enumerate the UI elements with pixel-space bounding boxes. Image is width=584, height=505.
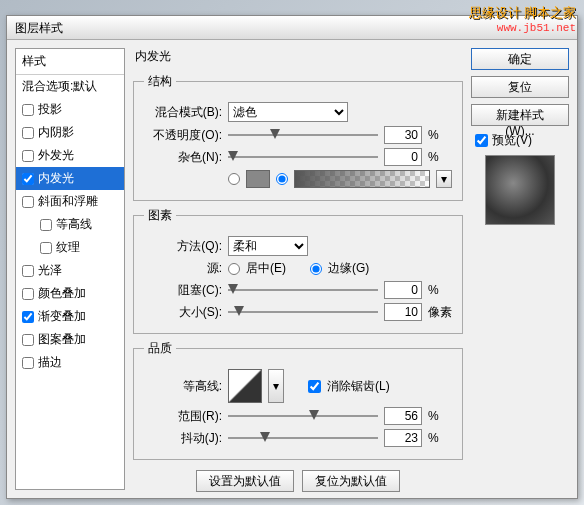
group-quality: 品质 等高线: ▾ 消除锯齿(L) 范围(R): 56 % [133, 340, 463, 460]
style-checkbox[interactable] [22, 196, 34, 208]
antialias-label: 消除锯齿(L) [327, 378, 390, 395]
ok-button[interactable]: 确定 [471, 48, 569, 70]
style-label: 内阴影 [38, 124, 74, 141]
opacity-slider[interactable] [228, 127, 378, 143]
style-checkbox[interactable] [22, 357, 34, 369]
style-item[interactable]: 斜面和浮雕 [16, 190, 124, 213]
style-item[interactable]: 图案叠加 [16, 328, 124, 351]
source-center-label: 居中(E) [246, 260, 286, 277]
blend-mode-select[interactable]: 滤色 [228, 102, 348, 122]
style-label: 混合选项:默认 [22, 78, 97, 95]
jitter-label: 抖动(J): [144, 430, 222, 447]
range-label: 范围(R): [144, 408, 222, 425]
style-item[interactable]: 渐变叠加 [16, 305, 124, 328]
style-label: 内发光 [38, 170, 74, 187]
watermark: 思缘设计 脚本之家 www.jb51.net [469, 4, 576, 34]
opacity-value[interactable]: 30 [384, 126, 422, 144]
style-checkbox[interactable] [22, 334, 34, 346]
style-checkbox[interactable] [22, 265, 34, 277]
choke-slider[interactable] [228, 282, 378, 298]
antialias-checkbox[interactable] [308, 380, 321, 393]
gradient-dropdown-icon[interactable]: ▾ [436, 170, 452, 188]
preview-label: 预览(V) [492, 132, 532, 149]
percent-unit: % [428, 283, 452, 297]
style-item[interactable]: 纹理 [16, 236, 124, 259]
contour-picker[interactable] [228, 369, 262, 403]
style-item[interactable]: 光泽 [16, 259, 124, 282]
opacity-label: 不透明度(O): [144, 127, 222, 144]
source-center-radio[interactable] [228, 263, 240, 275]
color-swatch[interactable] [246, 170, 270, 188]
style-item[interactable]: 内发光 [16, 167, 124, 190]
method-label: 方法(Q): [144, 238, 222, 255]
range-value[interactable]: 56 [384, 407, 422, 425]
style-label: 投影 [38, 101, 62, 118]
style-checkbox[interactable] [40, 242, 52, 254]
style-label: 等高线 [56, 216, 92, 233]
noise-slider[interactable] [228, 149, 378, 165]
style-checkbox[interactable] [22, 288, 34, 300]
style-label: 颜色叠加 [38, 285, 86, 302]
style-checkbox[interactable] [22, 173, 34, 185]
styles-list: 样式 混合选项:默认投影内阴影外发光内发光斜面和浮雕等高线纹理光泽颜色叠加渐变叠… [15, 48, 125, 490]
jitter-slider[interactable] [228, 430, 378, 446]
jitter-value[interactable]: 23 [384, 429, 422, 447]
style-checkbox[interactable] [40, 219, 52, 231]
preview-checkbox[interactable] [475, 134, 488, 147]
style-item[interactable]: 等高线 [16, 213, 124, 236]
group-element: 图素 方法(Q): 柔和 源: 居中(E) 边缘(G) 阻塞(C): [133, 207, 463, 334]
noise-value[interactable]: 0 [384, 148, 422, 166]
percent-unit: % [428, 409, 452, 423]
gradient-radio[interactable] [276, 173, 288, 185]
style-label: 斜面和浮雕 [38, 193, 98, 210]
color-radio[interactable] [228, 173, 240, 185]
style-checkbox[interactable] [22, 104, 34, 116]
new-style-button[interactable]: 新建样式(W)... [471, 104, 569, 126]
style-label: 纹理 [56, 239, 80, 256]
reset-default-button[interactable]: 复位为默认值 [302, 470, 400, 492]
size-slider[interactable] [228, 304, 378, 320]
gradient-bar[interactable] [294, 170, 430, 188]
noise-label: 杂色(N): [144, 149, 222, 166]
style-label: 外发光 [38, 147, 74, 164]
percent-unit: % [428, 128, 452, 142]
cancel-button[interactable]: 复位 [471, 76, 569, 98]
style-item[interactable]: 内阴影 [16, 121, 124, 144]
source-edge-radio[interactable] [310, 263, 322, 275]
group-quality-legend: 品质 [144, 340, 176, 357]
styles-header[interactable]: 样式 [16, 49, 124, 75]
pixel-unit: 像素 [428, 304, 452, 321]
style-checkbox[interactable] [22, 150, 34, 162]
style-item[interactable]: 投影 [16, 98, 124, 121]
size-value[interactable]: 10 [384, 303, 422, 321]
layer-style-dialog: 图层样式 样式 混合选项:默认投影内阴影外发光内发光斜面和浮雕等高线纹理光泽颜色… [6, 15, 578, 499]
contour-dropdown-icon[interactable]: ▾ [268, 369, 284, 403]
range-slider[interactable] [228, 408, 378, 424]
make-default-button[interactable]: 设置为默认值 [196, 470, 294, 492]
method-select[interactable]: 柔和 [228, 236, 308, 256]
choke-label: 阻塞(C): [144, 282, 222, 299]
choke-value[interactable]: 0 [384, 281, 422, 299]
preview-thumbnail [485, 155, 555, 225]
size-label: 大小(S): [144, 304, 222, 321]
group-structure-legend: 结构 [144, 73, 176, 90]
section-title: 内发光 [133, 48, 463, 65]
group-structure: 结构 混合模式(B): 滤色 不透明度(O): 30 % 杂色(N): [133, 73, 463, 201]
source-edge-label: 边缘(G) [328, 260, 369, 277]
style-label: 渐变叠加 [38, 308, 86, 325]
percent-unit: % [428, 431, 452, 445]
style-item[interactable]: 外发光 [16, 144, 124, 167]
group-element-legend: 图素 [144, 207, 176, 224]
style-item[interactable]: 颜色叠加 [16, 282, 124, 305]
style-label: 描边 [38, 354, 62, 371]
style-item[interactable]: 混合选项:默认 [16, 75, 124, 98]
style-label: 图案叠加 [38, 331, 86, 348]
style-label: 光泽 [38, 262, 62, 279]
style-item[interactable]: 描边 [16, 351, 124, 374]
blend-mode-label: 混合模式(B): [144, 104, 222, 121]
style-checkbox[interactable] [22, 127, 34, 139]
style-checkbox[interactable] [22, 311, 34, 323]
source-label: 源: [144, 260, 222, 277]
percent-unit: % [428, 150, 452, 164]
contour-label: 等高线: [144, 378, 222, 395]
